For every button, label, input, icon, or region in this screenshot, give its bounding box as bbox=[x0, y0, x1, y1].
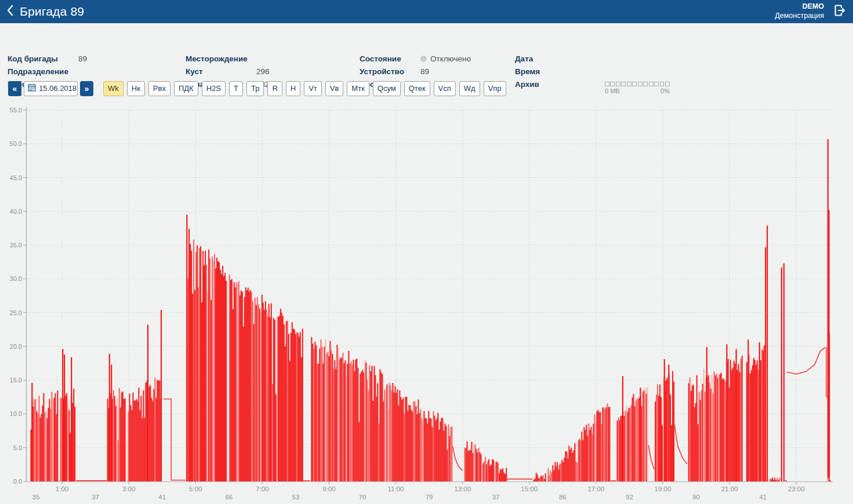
svg-text:25.0: 25.0 bbox=[10, 309, 22, 316]
archive-progress: 0 MB 0% bbox=[605, 82, 670, 94]
logout-button[interactable] bbox=[830, 0, 850, 23]
svg-text:41: 41 bbox=[759, 494, 767, 501]
field-label: Устройство bbox=[360, 65, 420, 78]
prev-day-button[interactable]: « bbox=[8, 81, 21, 96]
archive-cell bbox=[621, 82, 626, 86]
svg-text:35.0: 35.0 bbox=[10, 242, 22, 249]
archive-cell bbox=[632, 82, 637, 86]
svg-text:92: 92 bbox=[626, 494, 633, 501]
param-button-Тр[interactable]: Тр bbox=[246, 81, 264, 96]
svg-text:45.0: 45.0 bbox=[10, 174, 22, 181]
field-label: Архив bbox=[515, 78, 579, 91]
archive-cell bbox=[649, 82, 654, 86]
svg-text:21:00: 21:00 bbox=[721, 485, 738, 492]
svg-text:79: 79 bbox=[426, 494, 433, 501]
archive-cell bbox=[627, 82, 631, 86]
param-button-R[interactable]: R bbox=[267, 81, 282, 96]
archive-cell bbox=[616, 82, 620, 86]
svg-text:30.0: 30.0 bbox=[10, 275, 22, 282]
svg-text:86: 86 bbox=[559, 494, 567, 501]
field-label: Куст bbox=[186, 65, 256, 78]
page-title: Бригада 89 bbox=[20, 5, 84, 19]
user-name: Демонстрация bbox=[775, 12, 824, 21]
field-label: Подразделение bbox=[8, 65, 78, 78]
archive-cell bbox=[605, 82, 609, 86]
svg-text:5.0: 5.0 bbox=[13, 444, 22, 451]
chevron-left-icon bbox=[6, 5, 14, 19]
param-button-Мтк[interactable]: Мтк bbox=[347, 81, 369, 96]
svg-text:35: 35 bbox=[32, 494, 40, 501]
date-value: 15.06.2018 bbox=[39, 84, 77, 93]
svg-text:70: 70 bbox=[359, 494, 366, 501]
svg-text:15.0: 15.0 bbox=[10, 377, 22, 384]
date-input[interactable]: 15.06.2018 bbox=[24, 81, 78, 96]
field-label: Состояние bbox=[360, 53, 420, 65]
param-button-Рвх[interactable]: Рвх bbox=[148, 81, 170, 96]
svg-text:13:00: 13:00 bbox=[454, 485, 471, 492]
chart-area: 0.05.010.015.020.025.030.035.040.045.050… bbox=[0, 98, 853, 504]
param-button-Qсум[interactable]: Qсум bbox=[373, 81, 401, 96]
info-column-datetime: Дата Время Архив bbox=[515, 53, 579, 91]
svg-text:9:00: 9:00 bbox=[322, 485, 335, 492]
svg-text:55.0: 55.0 bbox=[10, 107, 22, 114]
archive-cell bbox=[665, 82, 670, 86]
parameter-buttons: WkНкРвхПДКH2STТрRНVтVвМткQсумQтекVспWдVп… bbox=[103, 81, 506, 96]
svg-text:40.0: 40.0 bbox=[10, 208, 22, 215]
svg-text:1:00: 1:00 bbox=[56, 485, 68, 492]
chart-canvas: 0.05.010.015.020.025.030.035.040.045.050… bbox=[0, 98, 853, 504]
param-button-ПДК[interactable]: ПДК bbox=[174, 81, 198, 96]
status-value: Отключено bbox=[430, 53, 471, 65]
user-role: DEMO bbox=[775, 2, 824, 12]
svg-text:3:00: 3:00 bbox=[122, 485, 135, 492]
field-label: Код бригады bbox=[8, 53, 78, 65]
user-info: DEMO Демонстрация bbox=[775, 2, 824, 20]
param-button-Qтек[interactable]: Qтек bbox=[404, 81, 430, 96]
svg-text:41: 41 bbox=[158, 494, 166, 501]
field-label: Время bbox=[515, 65, 579, 78]
svg-text:37: 37 bbox=[92, 494, 99, 501]
param-button-Vсп[interactable]: Vсп bbox=[434, 81, 456, 96]
param-button-Vт[interactable]: Vт bbox=[304, 81, 322, 96]
svg-text:7:00: 7:00 bbox=[256, 485, 268, 492]
status-indicator-dot bbox=[420, 56, 427, 62]
svg-text:19:00: 19:00 bbox=[655, 485, 671, 492]
param-button-H2S[interactable]: H2S bbox=[202, 81, 226, 96]
svg-text:0.0: 0.0 bbox=[13, 478, 22, 485]
svg-text:53: 53 bbox=[292, 494, 300, 501]
toolbar: « 15.06.2018 » WkНкРвхПДКH2STТрRНVтVвМтк… bbox=[8, 81, 506, 96]
param-button-T[interactable]: T bbox=[229, 81, 243, 96]
field-label: Дата bbox=[515, 53, 579, 65]
app-header: Бригада 89 DEMO Демонстрация bbox=[0, 0, 853, 23]
calendar-icon bbox=[28, 83, 36, 94]
archive-progress-cells bbox=[605, 82, 670, 86]
archive-cell bbox=[643, 82, 648, 86]
svg-text:10.0: 10.0 bbox=[10, 410, 22, 417]
field-label: Месторождение bbox=[186, 53, 256, 65]
svg-text:20.0: 20.0 bbox=[10, 343, 22, 350]
svg-text:17:00: 17:00 bbox=[587, 485, 604, 492]
field-value: 296 bbox=[256, 65, 270, 78]
archive-percent-label: 0% bbox=[660, 87, 670, 94]
next-day-button[interactable]: » bbox=[80, 81, 93, 96]
svg-text:23:00: 23:00 bbox=[788, 485, 805, 492]
svg-text:11:00: 11:00 bbox=[388, 485, 404, 492]
archive-size-label: 0 MB bbox=[605, 87, 620, 94]
archive-cell bbox=[654, 82, 659, 86]
logout-icon bbox=[833, 3, 847, 20]
svg-text:66: 66 bbox=[225, 494, 233, 501]
param-button-Wд[interactable]: Wд bbox=[459, 81, 480, 96]
archive-cell bbox=[638, 82, 643, 86]
param-button-Н[interactable]: Н bbox=[286, 81, 300, 96]
param-button-Vпр[interactable]: Vпр bbox=[484, 81, 506, 96]
svg-text:37: 37 bbox=[492, 494, 500, 501]
back-button[interactable] bbox=[0, 0, 20, 23]
field-value: 89 bbox=[420, 65, 429, 78]
field-value: 89 bbox=[78, 53, 87, 65]
param-button-Vв[interactable]: Vв bbox=[325, 81, 344, 96]
archive-cell bbox=[610, 82, 615, 86]
param-button-Wk[interactable]: Wk bbox=[103, 81, 124, 96]
archive-cell bbox=[660, 82, 665, 86]
param-button-Нк[interactable]: Нк bbox=[127, 81, 145, 96]
info-panel: Код бригады89 Подразделение Работа Место… bbox=[0, 23, 853, 78]
svg-text:5:00: 5:00 bbox=[189, 485, 202, 492]
